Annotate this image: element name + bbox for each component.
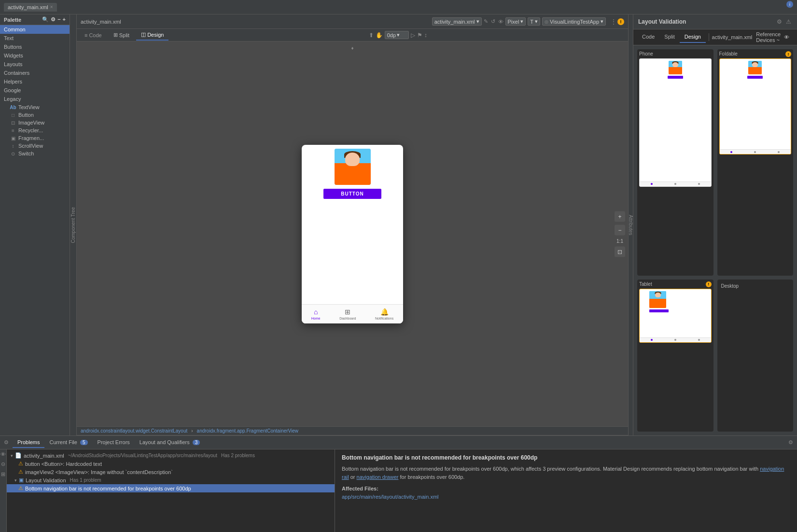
home-icon: ⌂: [314, 308, 318, 316]
file-row-activity-main[interactable]: ▾ 📄 activity_main.xml ~/AndroidStudioPro…: [7, 451, 335, 460]
detail-title: Bottom navigation bar is not recommended…: [342, 454, 790, 461]
palette-item-switch[interactable]: ⊙ Switch: [0, 150, 70, 157]
rpanel-tab-split[interactable]: Split: [659, 31, 679, 43]
mini-bottom-nav-foldable: [720, 149, 791, 154]
editor-secondary-bar: ≡ Code ⊞ Split ◫ Design ⬆ ✋ 0dp ▾ ▷ ⚑ ↕: [77, 29, 628, 42]
palette-category-helpers[interactable]: Helpers: [0, 77, 70, 86]
preview-card-tablet: Tablet !: [637, 280, 713, 432]
palette-item-scrollview[interactable]: ↕ ScrollView: [0, 142, 70, 150]
rpanel-tab-code[interactable]: Code: [637, 31, 659, 43]
palette-category-containers[interactable]: Containers: [0, 69, 70, 77]
tab-code[interactable]: ≡ Code: [80, 30, 107, 40]
canvas-hint: ♦: [351, 45, 353, 51]
palette-item-recyclerview[interactable]: ≡ Recycler...: [0, 126, 70, 134]
warn-icon-2: ⚠: [18, 469, 23, 475]
palette-category-google[interactable]: Google: [0, 86, 70, 95]
attributes-sidebar: Attributes: [628, 14, 633, 435]
palette-minus-icon[interactable]: −: [57, 16, 60, 23]
prob-eye-icon[interactable]: 👁: [0, 451, 6, 457]
textview-icon: Ab: [10, 105, 16, 110]
tab-design[interactable]: ◫ Design: [136, 29, 168, 41]
breadcrumb-constraint-layout[interactable]: androidx.constraintlayout.widget.Constra…: [81, 428, 187, 434]
prob-tab-project-errors[interactable]: Project Errors: [93, 437, 135, 448]
palette-category-text[interactable]: Text: [0, 34, 70, 42]
nav-dashboard[interactable]: ⊞ Dashboard: [339, 308, 356, 320]
switch-icon: ⊙: [10, 151, 16, 156]
recyclerview-icon: ≡: [10, 128, 16, 133]
palette-item-imageview[interactable]: ⊡ ImageView: [0, 119, 70, 126]
section-chevron: ▾: [14, 478, 17, 483]
palette-item-fragmentcontainer[interactable]: ▣ Fragmen...: [0, 134, 70, 142]
section-label: Layout Validation: [26, 477, 66, 483]
hand-tool-icon[interactable]: ✋: [376, 32, 383, 39]
prob-item-imageview-desc[interactable]: ⚠ imageView2 <ImageView>: Image without …: [7, 468, 335, 476]
tab-split[interactable]: ⊞ Split: [109, 30, 134, 40]
affected-file-link[interactable]: app/src/main/res/layout/activity_main.xm…: [342, 494, 439, 500]
app-dropdown[interactable]: ◎ VisualLintingTestApp ▾: [542, 17, 606, 26]
palette-category-layouts[interactable]: Layouts: [0, 60, 70, 69]
detail-link2[interactable]: navigation drawer: [357, 474, 399, 480]
animation-icon[interactable]: ▷: [411, 32, 415, 39]
tablet-preview-label: Tablet: [639, 281, 712, 287]
issues-icon[interactable]: ⚑: [417, 32, 422, 39]
avatar-body: [335, 149, 371, 185]
design-canvas[interactable]: ♦ BUTTON: [77, 42, 628, 426]
palette-category-buttons[interactable]: Buttons: [0, 42, 70, 51]
mini-avatar-tablet: [649, 291, 666, 308]
affected-files-label: Affected Files:: [342, 486, 790, 491]
rpanel-tab-design[interactable]: Design: [680, 31, 706, 43]
reference-devices-button[interactable]: Reference Devices ~ 👁: [752, 29, 793, 45]
device-dropdown[interactable]: Pixel ▾: [505, 17, 526, 26]
nav-notifications[interactable]: 🔔 Notifications: [375, 308, 393, 320]
breadcrumb-fragment-container[interactable]: androidx.fragment.app.FragmentContainerV…: [197, 428, 299, 434]
layout-validation-panel: Layout Validation ⚙ ⚠ Code Split Design …: [633, 14, 797, 435]
close-tab-icon[interactable]: ×: [50, 4, 53, 10]
phone-button[interactable]: BUTTON: [323, 189, 381, 199]
prob-tab-current-file[interactable]: Current File 5: [44, 437, 92, 448]
palette-item-textview[interactable]: Ab TextView: [0, 103, 70, 111]
zoom-input[interactable]: 0dp ▾: [385, 31, 409, 39]
zoom-ratio-label: 1:1: [615, 238, 625, 243]
palette-search-icon[interactable]: 🔍: [42, 16, 49, 23]
palette-category-legacy[interactable]: Legacy: [0, 95, 70, 103]
file-dropdown[interactable]: activity_main.xml ▾: [432, 17, 482, 26]
section-icon: ▣: [19, 477, 24, 483]
refresh-icon[interactable]: ↺: [490, 18, 496, 25]
api-dropdown[interactable]: T ▾: [528, 17, 540, 26]
prob-expand-icon[interactable]: ⊞: [1, 471, 5, 477]
palette-category-widgets[interactable]: Widgets: [0, 51, 70, 60]
mini-nav-dot-1: [651, 183, 653, 185]
avatar-image: [335, 149, 371, 185]
mini-tablet-content: [640, 289, 711, 315]
prob-settings-right-icon[interactable]: ⚙: [788, 439, 793, 446]
breadcrumb: androidx.constraintlayout.widget.Constra…: [77, 426, 628, 435]
prob-tab-problems[interactable]: Problems: [13, 437, 44, 448]
foldable-mini-preview: [719, 58, 792, 154]
file-tab[interactable]: activity_main.xml ×: [4, 3, 57, 12]
prob-item-bottom-nav[interactable]: ⚠ Bottom navigation bar is not recommend…: [7, 484, 335, 492]
cursor-tool-icon[interactable]: ⬆: [369, 32, 374, 39]
eye-icon[interactable]: 👁: [497, 19, 504, 25]
palette-settings-icon[interactable]: ⚙: [51, 16, 56, 23]
zoom-in-button[interactable]: +: [615, 211, 625, 222]
palette-category-common[interactable]: Common: [0, 25, 70, 34]
prob-tab-layout-qualifiers[interactable]: Layout and Qualifiers 3: [135, 437, 205, 448]
layout-arrow-icon[interactable]: ↕: [424, 32, 427, 39]
button-label: Button: [18, 112, 34, 118]
palette-plus-icon[interactable]: +: [63, 16, 66, 23]
fit-screen-button[interactable]: ⊡: [615, 246, 625, 257]
edit-icon[interactable]: ✎: [483, 18, 489, 25]
more-icon[interactable]: ⋮: [611, 18, 616, 25]
problems-tree: ▾ 📄 activity_main.xml ~/AndroidStudioPro…: [7, 449, 335, 532]
section-row-layout-validation[interactable]: ▾ ▣ Layout Validation Has 1 problem: [7, 476, 335, 484]
nav-home[interactable]: ⌂ Home: [311, 308, 321, 320]
prob-settings-icon[interactable]: ⚙: [4, 439, 9, 446]
prob-item-button-text[interactable]: ⚠ button <Button>: Hardcoded text: [7, 460, 335, 468]
palette-item-button[interactable]: □ Button: [0, 111, 70, 119]
rpanel-warning-icon[interactable]: ⚠: [785, 17, 792, 26]
design-icon: ◫: [141, 31, 146, 38]
rpanel-settings-icon[interactable]: ⚙: [776, 17, 783, 26]
prob-filter-icon[interactable]: ⊝: [1, 461, 5, 467]
main-content: Palette 🔍 ⚙ − + Common Text Buttons Widg…: [0, 14, 797, 435]
zoom-out-button[interactable]: −: [615, 224, 625, 235]
